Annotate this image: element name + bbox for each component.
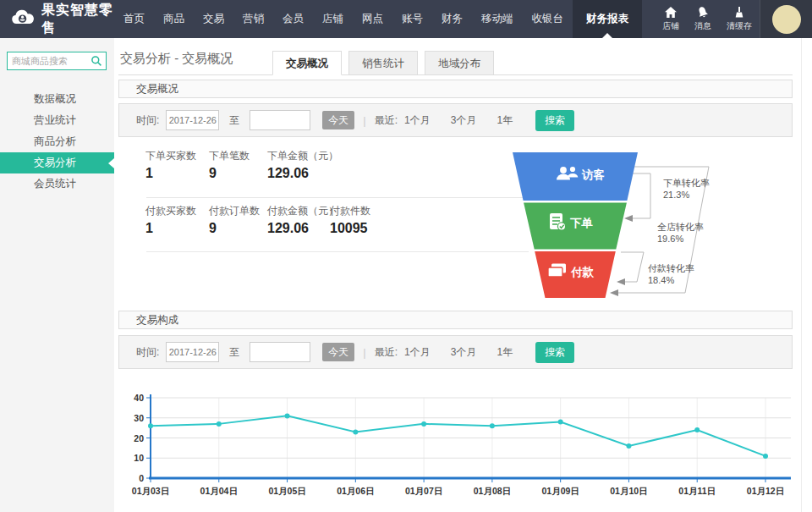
stats-divider	[146, 197, 529, 198]
active-item-arrow-icon	[108, 158, 114, 168]
nav-item-mobile[interactable]: 移动端	[472, 0, 523, 38]
user-avatar-button[interactable]	[760, 0, 812, 38]
panel1-end-date-input[interactable]	[250, 110, 310, 130]
shop-button-label: 店铺	[662, 20, 679, 32]
payment-stats-row: 付款买家数 1 付款订单数 9 付款金额（元） 129.06 付款件数 1009…	[145, 204, 370, 236]
svg-text:40: 40	[134, 393, 144, 403]
nav-item-marketing[interactable]: 营销	[233, 0, 273, 38]
stat-order-buyers: 下单买家数 1	[145, 149, 209, 181]
svg-text:01月11日: 01月11日	[678, 486, 716, 496]
sidebar-item-data-overview[interactable]: 数据概况	[0, 89, 114, 110]
arrow-left-icon	[624, 215, 633, 222]
tab-bar: 交易概况 销售统计 地域分布	[272, 51, 494, 75]
conversion-store-rate-value: 19.6%	[657, 234, 683, 244]
nav-item-trade[interactable]: 交易	[194, 0, 233, 38]
panel2-range-3month[interactable]: 3个月	[451, 345, 477, 360]
stats-divider	[146, 251, 529, 252]
svg-text:01月06日: 01月06日	[337, 486, 374, 496]
sidebar-item-goods-analysis[interactable]: 商品分析	[0, 131, 114, 152]
svg-text:20: 20	[134, 433, 144, 443]
svg-text:01月03日: 01月03日	[132, 486, 169, 496]
conversion-store-rate-label: 全店转化率	[657, 222, 704, 232]
funnel-stage-label-orders: 下单	[570, 217, 594, 229]
tab-sales-stats[interactable]: 销售统计	[348, 51, 418, 75]
main-content: 交易分析 - 交易概况 交易概况 销售统计 地域分布 交易概况 时间: 至 今天…	[114, 38, 812, 512]
filter-divider: |	[363, 114, 365, 127]
nav-item-outlets[interactable]: 网点	[353, 0, 392, 38]
svg-text:01月05日: 01月05日	[268, 486, 305, 496]
svg-text:30: 30	[134, 413, 144, 423]
sidebar-item-trade-analysis[interactable]: 交易分析	[0, 152, 114, 173]
panel1-range-3month[interactable]: 3个月	[451, 113, 477, 128]
nav-item-home[interactable]: 首页	[114, 0, 154, 38]
stat-pay-amount: 付款金额（元） 129.06	[267, 204, 330, 236]
nav-item-account[interactable]: 账号	[392, 0, 432, 38]
nav-item-shop[interactable]: 店铺	[313, 0, 353, 38]
svg-text:0: 0	[139, 473, 144, 483]
panel2-title: 交易构成	[118, 311, 793, 329]
conversion-order-rate-value: 21.3%	[663, 190, 689, 200]
sidebar: 数据概况 营业统计 商品分析 交易分析 会员统计	[0, 38, 114, 512]
panel1-range-1month[interactable]: 1个月	[404, 113, 431, 128]
nav-item-finance-report[interactable]: 财务报表	[573, 0, 642, 38]
stat-order-amount: 下单金额（元） 129.06	[267, 149, 330, 181]
svg-text:10: 10	[134, 453, 144, 463]
panel2-range-1month[interactable]: 1个月	[404, 345, 431, 360]
stat-pay-orders: 付款订单数 9	[209, 204, 267, 236]
top-nav: 果实智慧零售 首页 商品 交易 营销 会员 店铺 网点 账号 财务 移动端 收银…	[0, 0, 812, 38]
conversion-order-rate-label: 下单转化率	[663, 178, 710, 188]
arrow-left-icon	[617, 278, 625, 285]
nav-item-finance-report-label: 财务报表	[586, 12, 628, 26]
nav-item-goods[interactable]: 商品	[154, 0, 194, 38]
funnel-stage-label-visitors: 访客	[581, 168, 606, 181]
panel1-range-1year[interactable]: 1年	[497, 113, 513, 128]
svg-text:01月10日: 01月10日	[610, 486, 647, 496]
nav-item-finance[interactable]: 财务	[432, 0, 472, 38]
clear-cache-button[interactable]: 清缓存	[719, 0, 760, 38]
shop-home-icon	[664, 6, 678, 19]
messages-button-label: 消息	[694, 20, 711, 32]
shop-button[interactable]: 店铺	[655, 0, 687, 38]
funnel-connector-line	[618, 252, 644, 282]
panel2-end-date-input[interactable]	[250, 342, 310, 362]
conversion-pay-rate-label: 付款转化率	[647, 263, 694, 273]
to-label: 至	[229, 345, 239, 360]
time-label: 时间:	[136, 345, 159, 360]
conversion-funnel-chart: 访客 下单 付款 下单转化率 21.3% 全店转化率 19.6% 付款转化率 1…	[499, 144, 812, 309]
panel1-filter-bar: 时间: 至 今天 | 最近: 1个月 3个月 1年 搜索	[118, 103, 793, 137]
stat-pay-buyers: 付款买家数 1	[145, 204, 209, 236]
panel2-start-date-input[interactable]	[166, 342, 219, 362]
svg-text:01月04日: 01月04日	[200, 486, 238, 496]
svg-text:01月08日: 01月08日	[474, 486, 511, 496]
search-icon[interactable]	[91, 55, 102, 70]
brand-title: 果实智慧零售	[41, 2, 114, 37]
breadcrumb: 交易分析 - 交易概况	[120, 51, 233, 67]
panel2-range-1year[interactable]: 1年	[497, 345, 513, 360]
svg-text:01月12日: 01月12日	[747, 486, 784, 496]
order-stats-row: 下单买家数 1 下单笔数 9 下单金额（元） 129.06	[145, 149, 330, 181]
clear-cache-button-label: 清缓存	[727, 20, 752, 32]
svg-text:01月07日: 01月07日	[405, 486, 442, 496]
panel1-today-button[interactable]: 今天	[322, 111, 354, 129]
sidebar-item-trade-analysis-label: 交易分析	[34, 157, 76, 168]
nav-item-cashier[interactable]: 收银台	[523, 0, 573, 38]
tab-region-distribution[interactable]: 地域分布	[425, 51, 494, 75]
tab-trade-overview[interactable]: 交易概况	[272, 51, 342, 75]
sidebar-item-business-stats[interactable]: 营业统计	[0, 110, 114, 131]
panel1-start-date-input[interactable]	[166, 110, 219, 130]
svg-text:01月09日: 01月09日	[541, 486, 579, 496]
brand-logo[interactable]: 果实智慧零售	[0, 0, 114, 38]
conversion-pay-rate-value: 18.4%	[648, 275, 674, 285]
stat-pay-items: 付款件数 10095	[330, 204, 370, 236]
trade-composition-line-chart: 01020304001月03日01月04日01月05日01月06日01月07日0…	[127, 385, 795, 499]
panel2-today-button[interactable]: 今天	[322, 343, 354, 361]
panel2-search-button[interactable]: 搜索	[535, 342, 574, 363]
nav-item-members[interactable]: 会员	[273, 0, 313, 38]
sidebar-item-member-stats[interactable]: 会员统计	[0, 173, 114, 195]
messages-button[interactable]: 消息	[687, 0, 719, 38]
panel2-filter-bar: 时间: 至 今天 | 最近: 1个月 3个月 1年 搜索	[118, 335, 793, 369]
panel1-search-button[interactable]: 搜索	[535, 110, 574, 131]
to-label: 至	[229, 113, 239, 128]
active-nav-caret-icon	[602, 33, 612, 38]
recent-label: 最近:	[375, 113, 398, 128]
